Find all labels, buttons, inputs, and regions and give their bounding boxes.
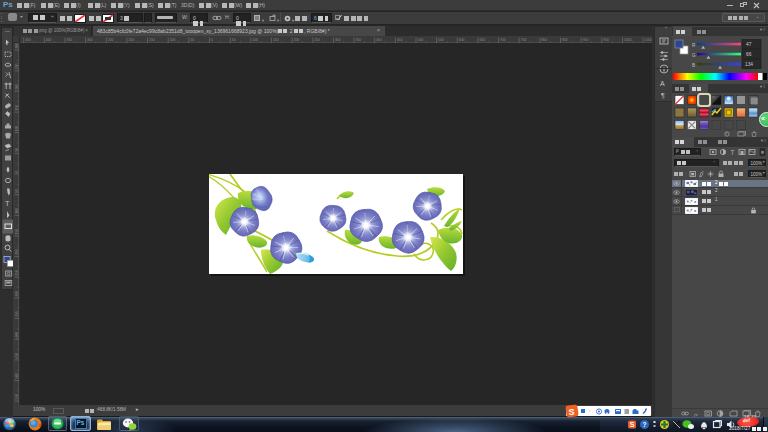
svg-text:R: R [692,43,696,48]
svg-text:¶: ¶ [661,92,665,99]
svg-text:350: 350 [15,311,19,317]
svg-text:350: 350 [67,38,73,42]
svg-text:900: 900 [583,38,589,42]
svg-text:400: 400 [15,332,19,338]
svg-text:550: 550 [15,394,19,400]
svg-text:350: 350 [356,38,362,42]
svg-text:950: 950 [603,38,609,42]
svg-text:?: ? [643,421,647,428]
svg-text:400: 400 [46,38,52,42]
svg-text:T: T [731,149,735,156]
svg-text:T: T [5,199,10,208]
svg-text:S: S [568,407,574,417]
svg-text:500: 500 [15,373,19,379]
svg-text:300: 300 [335,38,341,42]
svg-text:A: A [660,80,665,87]
svg-text:200: 200 [15,84,19,90]
svg-text:150: 150 [15,105,19,111]
svg-text:250: 250 [314,38,320,42]
svg-text:300: 300 [87,38,93,42]
svg-text:450: 450 [397,38,403,42]
svg-text:300: 300 [15,291,19,297]
svg-text:100: 100 [15,125,19,131]
svg-text:800: 800 [541,38,547,42]
svg-text:850: 850 [562,38,568,42]
svg-text:66: 66 [746,52,752,57]
svg-text:50: 50 [15,189,19,193]
svg-text:150: 150 [149,38,155,42]
svg-text:150: 150 [273,38,279,42]
svg-text:700: 700 [500,38,506,42]
svg-text:fx: fx [694,412,698,417]
svg-text:0: 0 [15,171,19,173]
svg-text:400: 400 [376,38,382,42]
svg-text:1000: 1000 [624,38,632,42]
svg-text:0: 0 [211,38,213,42]
svg-text:300: 300 [15,43,19,49]
svg-text:1050: 1050 [645,38,652,42]
svg-text:50: 50 [15,148,19,152]
svg-text:S: S [630,421,635,428]
svg-text:750: 750 [521,38,527,42]
svg-text:100: 100 [170,38,176,42]
svg-text:250: 250 [108,38,114,42]
svg-text:200: 200 [15,249,19,255]
svg-text:100: 100 [15,208,19,214]
svg-text:200: 200 [294,38,300,42]
svg-text:250: 250 [15,270,19,276]
svg-text:B: B [692,63,695,68]
svg-text:250: 250 [15,63,19,69]
svg-text:150: 150 [15,229,19,235]
svg-text:550: 550 [438,38,444,42]
svg-text:450: 450 [15,353,19,359]
svg-text:500: 500 [418,38,424,42]
svg-text:450: 450 [25,38,31,42]
svg-text:134: 134 [745,62,753,67]
svg-text:100: 100 [252,38,258,42]
svg-text:G: G [692,53,696,58]
svg-text:600: 600 [459,38,465,42]
svg-text:650: 650 [479,38,485,42]
svg-text:200: 200 [128,38,134,42]
svg-text:50: 50 [190,38,194,42]
svg-text:50: 50 [232,38,236,42]
svg-text:47: 47 [746,42,752,47]
